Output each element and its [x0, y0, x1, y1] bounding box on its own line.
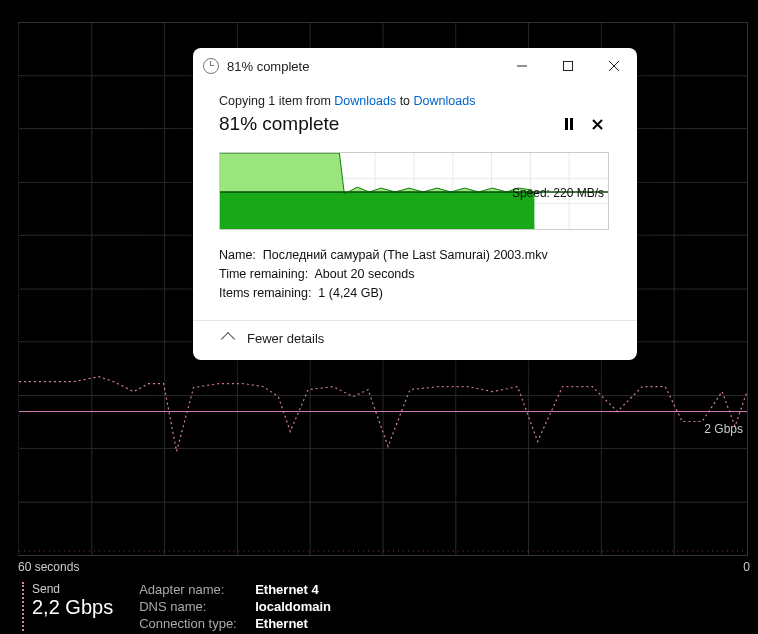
- fewer-details-button[interactable]: Fewer details: [219, 321, 611, 360]
- maximize-icon: [563, 61, 573, 71]
- to-word: to: [396, 94, 413, 108]
- maximize-button[interactable]: [545, 48, 591, 84]
- from-link[interactable]: Downloads: [334, 94, 396, 108]
- cancel-button[interactable]: [583, 110, 611, 138]
- details-block: Name: Последний самурай (The Last Samura…: [219, 246, 611, 302]
- close-icon: [609, 61, 619, 71]
- fewer-details-label: Fewer details: [247, 331, 324, 346]
- time-value: About 20 seconds: [314, 267, 414, 281]
- dns-name-label: DNS name:: [139, 599, 249, 614]
- network-y-label: 2 Gbps: [704, 422, 743, 436]
- dns-name-value: localdomain: [255, 599, 331, 614]
- adapter-name-label: Adapter name:: [139, 582, 249, 597]
- adapter-name-value: Ethernet 4: [255, 582, 331, 597]
- copy-dialog: 81% complete Copying 1 item from Downloa…: [193, 48, 637, 360]
- copying-line: Copying 1 item from Downloads to Downloa…: [219, 94, 611, 108]
- speed-label-prefix: Speed:: [512, 186, 553, 200]
- titlebar[interactable]: 81% complete: [193, 48, 637, 84]
- cancel-icon: [592, 119, 603, 130]
- speed-label: Speed: 220 MB/s: [512, 186, 604, 200]
- items-value: 1 (4,24 GB): [318, 286, 383, 300]
- minimize-icon: [517, 61, 527, 71]
- pause-button[interactable]: [555, 110, 583, 138]
- send-label: Send: [32, 582, 113, 596]
- chevron-up-icon: [221, 332, 235, 346]
- name-label: Name:: [219, 248, 256, 262]
- send-stat: Send 2,2 Gbps: [22, 582, 113, 631]
- svg-rect-39: [220, 192, 534, 229]
- svg-rect-24: [565, 118, 568, 130]
- progress-label: 81% complete: [219, 113, 555, 135]
- window-title: 81% complete: [227, 59, 309, 74]
- speed-chart: Speed: 220 MB/s: [219, 152, 609, 230]
- pause-icon: [564, 118, 574, 130]
- send-value: 2,2 Gbps: [32, 596, 113, 619]
- network-x-right: 0: [743, 560, 750, 574]
- name-value: Последний самурай (The Last Samurai) 200…: [263, 248, 548, 262]
- items-label: Items remaining:: [219, 286, 311, 300]
- minimize-button[interactable]: [499, 48, 545, 84]
- time-label: Time remaining:: [219, 267, 308, 281]
- network-stats: Send 2,2 Gbps Adapter name: Ethernet 4 D…: [22, 582, 331, 631]
- close-button[interactable]: [591, 48, 637, 84]
- speed-value: 220 MB/s: [553, 186, 604, 200]
- clock-icon: [203, 58, 219, 74]
- adapter-info: Adapter name: Ethernet 4 DNS name: local…: [139, 582, 331, 631]
- svg-rect-25: [570, 118, 573, 130]
- copying-prefix: Copying 1 item from: [219, 94, 334, 108]
- conn-type-value: Ethernet: [255, 616, 331, 631]
- to-link[interactable]: Downloads: [414, 94, 476, 108]
- network-x-left: 60 seconds: [18, 560, 79, 574]
- svg-rect-21: [564, 62, 573, 71]
- conn-type-label: Connection type:: [139, 616, 249, 631]
